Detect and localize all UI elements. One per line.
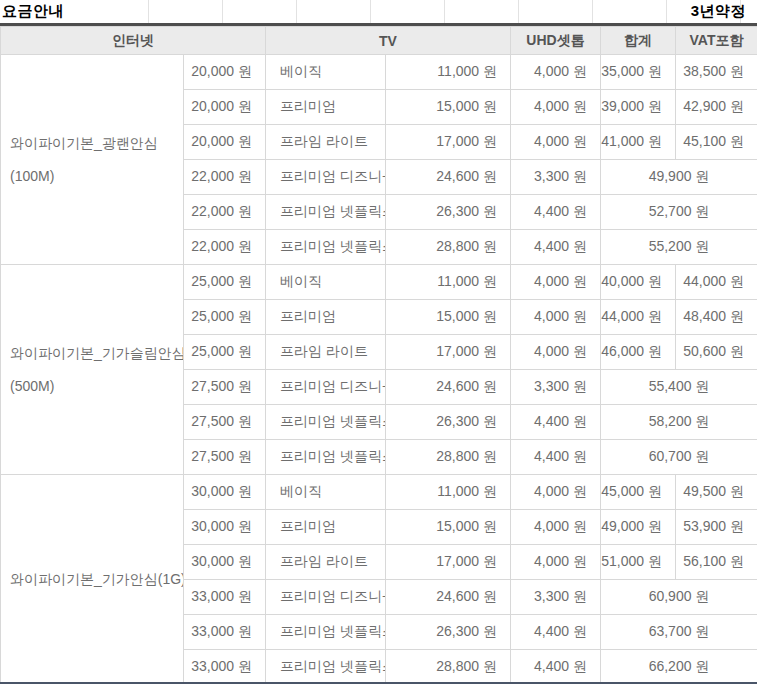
uhd-settop-price-cell: 4,400 원	[511, 650, 601, 684]
total-with-vat-cell: 60,700 원	[601, 440, 757, 475]
internet-price-cell: 30,000 원	[184, 475, 266, 510]
internet-price-cell: 22,000 원	[184, 160, 266, 195]
tv-price-cell: 24,600 원	[386, 160, 511, 195]
tv-product-cell: 베이직	[266, 475, 386, 510]
uhd-settop-price-cell: 4,000 원	[511, 300, 601, 335]
tv-price-cell: 28,800 원	[386, 230, 511, 265]
uhd-settop-price-cell: 4,000 원	[511, 265, 601, 300]
header-vat-included: VAT포함	[676, 27, 757, 55]
total-with-vat-cell: 58,200 원	[601, 405, 757, 440]
tv-price-cell: 17,000 원	[386, 545, 511, 580]
vat-price-cell: 50,600 원	[676, 335, 757, 370]
header-internet: 인터넷	[1, 27, 266, 55]
table-row: 와이파이기본_광랜안심(100M)20,000 원베이직11,000 원4,00…	[1, 55, 757, 90]
vat-price-cell: 53,900 원	[676, 510, 757, 545]
plan-name: 와이파이기본_광랜안심	[10, 127, 183, 160]
tv-price-cell: 26,300 원	[386, 405, 511, 440]
header-tv: TV	[266, 27, 511, 55]
tv-price-cell: 17,000 원	[386, 125, 511, 160]
header-uhd-settop: UHD셋톱	[511, 27, 601, 55]
tv-product-cell: 프라임 라이트	[266, 125, 386, 160]
vat-price-cell: 42,900 원	[676, 90, 757, 125]
tv-product-cell: 프라임 라이트	[266, 545, 386, 580]
uhd-settop-price-cell: 4,400 원	[511, 230, 601, 265]
title-bar: 요금안내 3년약정	[0, 0, 757, 23]
vat-price-cell: 48,400 원	[676, 300, 757, 335]
plan-speed: (500M)	[10, 370, 183, 403]
uhd-settop-price-cell: 4,400 원	[511, 405, 601, 440]
internet-price-cell: 20,000 원	[184, 90, 266, 125]
pricing-table-header: 인터넷 TV UHD셋톱 합계 VAT포함	[1, 27, 757, 55]
total-price-cell: 46,000 원	[601, 335, 676, 370]
total-price-cell: 40,000 원	[601, 265, 676, 300]
tv-product-cell: 프리미엄 넷플릭스 UHD	[266, 650, 386, 684]
table-row: 와이파이기본_기가슬림안심(500M)25,000 원베이직11,000 원4,…	[1, 265, 757, 300]
tv-product-cell: 프리미엄 디즈니+	[266, 160, 386, 195]
total-with-vat-cell: 63,700 원	[601, 615, 757, 650]
uhd-settop-price-cell: 4,400 원	[511, 615, 601, 650]
internet-price-cell: 30,000 원	[184, 545, 266, 580]
internet-price-cell: 33,000 원	[184, 580, 266, 615]
tv-price-cell: 17,000 원	[386, 335, 511, 370]
tv-product-cell: 프리미엄 넷플릭스 HD	[266, 615, 386, 650]
uhd-settop-price-cell: 4,000 원	[511, 90, 601, 125]
tv-product-cell: 프리미엄	[266, 510, 386, 545]
tv-price-cell: 24,600 원	[386, 370, 511, 405]
tv-price-cell: 11,000 원	[386, 55, 511, 90]
tv-product-cell: 프리미엄 넷플릭스 UHD	[266, 440, 386, 475]
total-with-vat-cell: 55,400 원	[601, 370, 757, 405]
tv-product-cell: 베이직	[266, 55, 386, 90]
uhd-settop-price-cell: 4,000 원	[511, 335, 601, 370]
plan-name: 와이파이기본_기가안심(1G)	[10, 563, 183, 596]
tv-product-cell: 베이직	[266, 265, 386, 300]
total-price-cell: 41,000 원	[601, 125, 676, 160]
pricing-page: 요금안내 3년약정 인터넷 TV UHD셋톱 합계 VAT포함 와이파이기본_광…	[0, 0, 757, 684]
uhd-settop-price-cell: 4,400 원	[511, 195, 601, 230]
uhd-settop-price-cell: 4,000 원	[511, 475, 601, 510]
total-price-cell: 45,000 원	[601, 475, 676, 510]
internet-price-cell: 33,000 원	[184, 615, 266, 650]
tv-price-cell: 26,300 원	[386, 195, 511, 230]
internet-price-cell: 20,000 원	[184, 55, 266, 90]
internet-price-cell: 30,000 원	[184, 510, 266, 545]
tv-product-cell: 프라임 라이트	[266, 335, 386, 370]
total-price-cell: 49,000 원	[601, 510, 676, 545]
vat-price-cell: 38,500 원	[676, 55, 757, 90]
internet-price-cell: 27,500 원	[184, 370, 266, 405]
tv-price-cell: 24,600 원	[386, 580, 511, 615]
total-price-cell: 51,000 원	[601, 545, 676, 580]
total-with-vat-cell: 60,900 원	[601, 580, 757, 615]
uhd-settop-price-cell: 3,300 원	[511, 160, 601, 195]
vat-price-cell: 49,500 원	[676, 475, 757, 510]
internet-price-cell: 27,500 원	[184, 405, 266, 440]
internet-price-cell: 22,000 원	[184, 230, 266, 265]
pricing-table: 인터넷 TV UHD셋톱 합계 VAT포함 와이파이기본_광랜안심(100M)2…	[0, 26, 757, 684]
internet-price-cell: 25,000 원	[184, 265, 266, 300]
plan-name: 와이파이기본_기가슬림안심	[10, 337, 183, 370]
uhd-settop-price-cell: 4,000 원	[511, 545, 601, 580]
tv-price-cell: 15,000 원	[386, 300, 511, 335]
page-title: 요금안내	[0, 2, 64, 21]
uhd-settop-price-cell: 4,000 원	[511, 510, 601, 545]
uhd-settop-price-cell: 3,300 원	[511, 580, 601, 615]
pricing-table-body: 와이파이기본_광랜안심(100M)20,000 원베이직11,000 원4,00…	[1, 55, 757, 684]
tv-price-cell: 28,800 원	[386, 440, 511, 475]
uhd-settop-price-cell: 4,400 원	[511, 440, 601, 475]
total-with-vat-cell: 66,200 원	[601, 650, 757, 684]
tv-product-cell: 프리미엄 디즈니+	[266, 370, 386, 405]
internet-price-cell: 25,000 원	[184, 300, 266, 335]
internet-price-cell: 20,000 원	[184, 125, 266, 160]
uhd-settop-price-cell: 3,300 원	[511, 370, 601, 405]
uhd-settop-price-cell: 4,000 원	[511, 125, 601, 160]
total-with-vat-cell: 49,900 원	[601, 160, 757, 195]
plan-speed: (100M)	[10, 160, 183, 193]
total-price-cell: 44,000 원	[601, 300, 676, 335]
vat-price-cell: 44,000 원	[676, 265, 757, 300]
contract-term-label: 3년약정	[691, 2, 757, 21]
tv-product-cell: 프리미엄 넷플릭스 HD	[266, 405, 386, 440]
plan-group-label: 와이파이기본_기가안심(1G)	[1, 475, 184, 684]
vat-price-cell: 56,100 원	[676, 545, 757, 580]
tv-product-cell: 프리미엄 넷플릭스 HD	[266, 195, 386, 230]
tv-price-cell: 26,300 원	[386, 615, 511, 650]
header-row: 인터넷 TV UHD셋톱 합계 VAT포함	[1, 27, 757, 55]
